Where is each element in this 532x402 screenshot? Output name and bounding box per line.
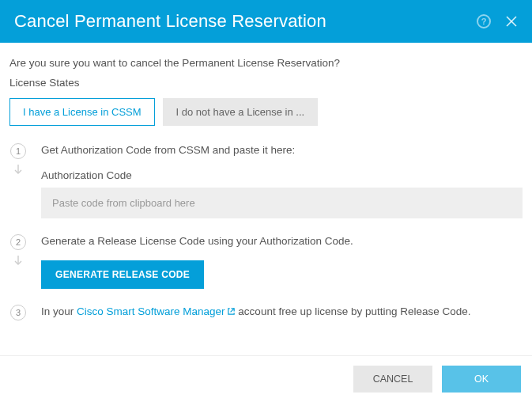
dialog-header: Cancel Permanent License Reservation ?	[0, 0, 532, 43]
license-state-tabs: I have a License in CSSM I do not have a…	[9, 98, 523, 126]
header-actions: ?	[477, 14, 518, 28]
arrow-down-icon	[13, 255, 23, 269]
tab-have-license[interactable]: I have a License in CSSM	[9, 98, 155, 126]
step-3-indicator: 3	[9, 305, 27, 320]
step-3-number: 3	[10, 305, 26, 320]
arrow-down-icon	[13, 164, 23, 178]
step-2-text: Generate a Release License Code using yo…	[41, 234, 523, 249]
auth-code-input[interactable]	[41, 188, 523, 218]
step-2-indicator: 2	[9, 234, 27, 269]
step-3-suffix: account free up license by putting Relea…	[236, 305, 471, 317]
step-2-body: Generate a Release License Code using yo…	[41, 234, 523, 289]
step-1-text: Get Authorization Code from CSSM and pas…	[41, 143, 523, 158]
step-3-text: In your Cisco Smart Software Manager acc…	[41, 305, 523, 320]
auth-code-label: Authorization Code	[41, 169, 523, 181]
step-3-prefix: In your	[41, 305, 77, 317]
help-icon[interactable]: ?	[477, 14, 491, 28]
step-2-number: 2	[10, 234, 26, 250]
step-1-number: 1	[10, 143, 26, 159]
dialog-content: Are you sure you want to cancel the Perm…	[0, 43, 532, 320]
dialog-title: Cancel Permanent License Reservation	[14, 11, 326, 32]
step-1: 1 Get Authorization Code from CSSM and p…	[9, 143, 523, 218]
generate-release-code-button[interactable]: GENERATE RELEASE CODE	[41, 260, 204, 289]
cssm-link[interactable]: Cisco Smart Software Manager	[77, 305, 236, 317]
ok-button[interactable]: OK	[442, 366, 521, 393]
step-1-body: Get Authorization Code from CSSM and pas…	[41, 143, 523, 218]
license-states-label: License States	[9, 77, 523, 89]
step-3: 3 In your Cisco Smart Software Manager a…	[9, 305, 523, 320]
close-icon[interactable]	[505, 15, 518, 28]
external-link-icon	[227, 307, 236, 316]
svg-line-4	[230, 309, 234, 313]
step-3-body: In your Cisco Smart Software Manager acc…	[41, 305, 523, 320]
tab-no-license[interactable]: I do not have a License in ...	[163, 98, 319, 126]
step-1-indicator: 1	[9, 143, 27, 178]
cancel-button[interactable]: CANCEL	[353, 366, 432, 393]
confirm-text: Are you sure you want to cancel the Perm…	[9, 57, 523, 69]
dialog-footer: CANCEL OK	[0, 355, 532, 402]
cssm-link-text: Cisco Smart Software Manager	[77, 305, 225, 317]
step-2: 2 Generate a Release License Code using …	[9, 234, 523, 289]
